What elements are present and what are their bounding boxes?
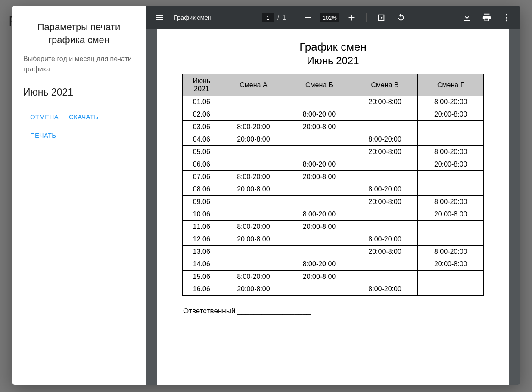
table-cell	[286, 133, 352, 146]
cancel-button[interactable]: ОТМЕНА	[29, 110, 59, 124]
page-number-input[interactable]	[262, 13, 274, 22]
month-input[interactable]	[23, 84, 134, 102]
pdf-page: График смен Июнь 2021 Июнь2021Смена АСме…	[157, 29, 509, 385]
menu-icon[interactable]	[152, 10, 167, 25]
rotate-icon[interactable]	[393, 10, 409, 25]
table-cell	[221, 246, 286, 258]
fit-page-icon[interactable]	[373, 10, 389, 25]
print-button[interactable]: ПЕЧАТЬ	[29, 128, 57, 142]
table-cell: 10.06	[183, 208, 221, 221]
table-cell: 05.06	[183, 146, 221, 158]
table-cell: 8:00-20:00	[286, 158, 352, 171]
table-row: 10.068:00-20:0020:00-8:00	[183, 208, 484, 221]
table-cell	[352, 171, 418, 183]
table-cell	[418, 221, 484, 233]
table-cell	[418, 283, 484, 296]
table-cell: 08.06	[183, 183, 221, 196]
table-row: 15.068:00-20:0020:00-8:00	[183, 271, 484, 283]
table-row: 05.0620:00-8:008:00-20:00	[183, 146, 484, 158]
table-cell: 20:00-8:00	[418, 108, 484, 121]
table-cell	[352, 158, 418, 171]
doc-subheading: Июнь 2021	[173, 55, 493, 67]
table-cell: 14.06	[183, 258, 221, 271]
table-cell: 20:00-8:00	[221, 133, 286, 146]
table-cell	[352, 108, 418, 121]
download-icon[interactable]	[459, 10, 475, 25]
zoom-in-icon[interactable]	[344, 10, 359, 25]
table-cell: 8:00-20:00	[418, 146, 484, 158]
table-cell	[221, 196, 286, 208]
table-cell	[286, 283, 352, 296]
col-header: Смена Г	[418, 74, 484, 96]
table-cell	[418, 171, 484, 183]
table-cell: 8:00-20:00	[352, 233, 418, 246]
table-cell	[418, 271, 484, 283]
table-cell	[352, 221, 418, 233]
table-cell	[221, 96, 286, 108]
col-header: Смена Б	[286, 74, 352, 96]
page-total: 1	[283, 14, 286, 21]
table-row: 01.0620:00-8:008:00-20:00	[183, 96, 484, 108]
table-cell: 8:00-20:00	[418, 196, 484, 208]
table-cell	[286, 246, 352, 258]
responsible-line: Ответственный __________________	[183, 307, 493, 315]
table-cell: 13.06	[183, 246, 221, 258]
table-cell: 20:00-8:00	[286, 221, 352, 233]
table-row: 16.0620:00-8:008:00-20:00	[183, 283, 484, 296]
table-cell: 20:00-8:00	[221, 233, 286, 246]
table-cell: 8:00-20:00	[352, 133, 418, 146]
print-dialog: Параметры печати графика смен Выберите г…	[12, 6, 520, 385]
table-cell: 8:00-20:00	[418, 96, 484, 108]
table-cell: 8:00-20:00	[352, 283, 418, 296]
table-cell: 06.06	[183, 158, 221, 171]
table-cell: 15.06	[183, 271, 221, 283]
table-cell	[352, 121, 418, 133]
table-cell: 8:00-20:00	[286, 108, 352, 121]
pdf-toolbar: График смен / 1 102%	[146, 6, 520, 29]
table-row: 03.068:00-20:0020:00-8:00	[183, 121, 484, 133]
panel-hint: Выберите год и месяц для печати графика.	[23, 54, 134, 74]
table-cell: 20:00-8:00	[286, 171, 352, 183]
table-cell: 8:00-20:00	[352, 183, 418, 196]
table-cell: 07.06	[183, 171, 221, 183]
table-row: 06.068:00-20:0020:00-8:00	[183, 158, 484, 171]
table-cell	[286, 146, 352, 158]
table-cell: 8:00-20:00	[221, 221, 286, 233]
table-row: 14.068:00-20:0020:00-8:00	[183, 258, 484, 271]
table-cell: 12.06	[183, 233, 221, 246]
table-cell: 20:00-8:00	[418, 208, 484, 221]
print-icon[interactable]	[479, 10, 495, 25]
table-cell: 03.06	[183, 121, 221, 133]
download-button[interactable]: СКАЧАТЬ	[68, 110, 99, 124]
pdf-viewer: График смен / 1 102%	[146, 6, 520, 385]
table-row: 12.0620:00-8:008:00-20:00	[183, 233, 484, 246]
table-cell	[352, 271, 418, 283]
table-cell: 8:00-20:00	[418, 246, 484, 258]
table-cell: 20:00-8:00	[221, 283, 286, 296]
panel-title: Параметры печати графика смен	[23, 21, 134, 46]
table-cell: 16.06	[183, 283, 221, 296]
table-row: 08.0620:00-8:008:00-20:00	[183, 183, 484, 196]
col-header: Смена В	[352, 74, 418, 96]
table-cell	[221, 146, 286, 158]
table-row: 02.068:00-20:0020:00-8:00	[183, 108, 484, 121]
table-cell: 8:00-20:00	[221, 271, 286, 283]
table-cell	[286, 96, 352, 108]
table-cell: 8:00-20:00	[221, 171, 286, 183]
table-cell: 8:00-20:00	[221, 121, 286, 133]
more-icon[interactable]	[499, 10, 514, 25]
pdf-page-area[interactable]: График смен Июнь 2021 Июнь2021Смена АСме…	[146, 29, 520, 385]
zoom-out-icon[interactable]	[300, 10, 316, 25]
page-indicator: / 1	[262, 13, 286, 22]
table-cell: 20:00-8:00	[418, 158, 484, 171]
table-cell: 8:00-20:00	[286, 208, 352, 221]
zoom-value: 102%	[320, 13, 339, 22]
table-row: 11.068:00-20:0020:00-8:00	[183, 221, 484, 233]
table-cell	[418, 233, 484, 246]
table-cell	[221, 258, 286, 271]
table-cell: 11.06	[183, 221, 221, 233]
table-cell: 02.06	[183, 108, 221, 121]
document-title: График смен	[174, 14, 212, 21]
table-cell	[221, 158, 286, 171]
table-cell	[221, 108, 286, 121]
